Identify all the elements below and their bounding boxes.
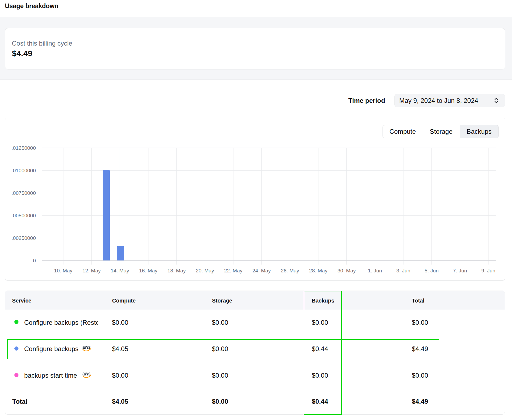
svg-text:.01250000: .01250000	[11, 145, 36, 151]
svg-text:1. Jun: 1. Jun	[368, 268, 382, 273]
svg-text:18. May: 18. May	[167, 268, 186, 273]
svg-text:.00500000: .00500000	[11, 213, 36, 218]
svg-text:7. Jun: 7. Jun	[453, 268, 467, 273]
svg-text:.00750000: .00750000	[11, 190, 36, 196]
svg-text:.01000000: .01000000	[11, 168, 36, 173]
svg-text:16. May: 16. May	[139, 268, 157, 273]
svg-text:.00250000: .00250000	[11, 235, 36, 241]
svg-text:3. Jun: 3. Jun	[396, 268, 410, 273]
svg-text:26. May: 26. May	[281, 268, 299, 273]
svg-text:20. May: 20. May	[196, 268, 214, 273]
svg-text:30. May: 30. May	[337, 268, 356, 273]
svg-text:22. May: 22. May	[224, 268, 242, 273]
svg-text:10. May: 10. May	[54, 268, 72, 273]
svg-text:28. May: 28. May	[309, 268, 328, 273]
svg-text:5. Jun: 5. Jun	[425, 268, 439, 273]
svg-text:9. Jun: 9. Jun	[481, 268, 495, 273]
svg-text:12. May: 12. May	[82, 268, 101, 273]
svg-text:24. May: 24. May	[252, 268, 271, 273]
svg-text:14. May: 14. May	[111, 268, 129, 273]
svg-text:0: 0	[33, 258, 36, 263]
